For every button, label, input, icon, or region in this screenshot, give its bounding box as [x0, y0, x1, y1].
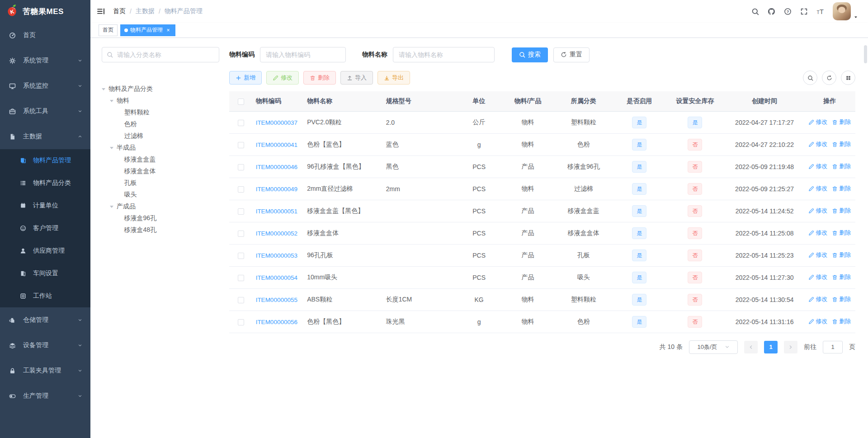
- caret-down-icon[interactable]: [110, 100, 113, 102]
- caret-down-icon[interactable]: [102, 88, 105, 90]
- scrollbar-thumb[interactable]: [864, 45, 867, 63]
- row-checkbox[interactable]: [238, 142, 244, 148]
- row-delete-link[interactable]: 删除: [832, 317, 851, 325]
- row-edit-link[interactable]: 修改: [808, 140, 827, 148]
- avatar[interactable]: [833, 2, 851, 20]
- sidebar-item-system-tools[interactable]: 系统工具: [0, 99, 90, 124]
- row-delete-link[interactable]: 删除: [832, 273, 851, 281]
- tree-node-孔板[interactable]: 孔板: [102, 177, 219, 189]
- sidebar-item-equipment-management[interactable]: 设备管理: [0, 333, 90, 358]
- close-icon[interactable]: ×: [165, 27, 171, 33]
- tree-node-吸头[interactable]: 吸头: [102, 189, 219, 201]
- tree-node-移液盒盒体[interactable]: 移液盒盒体: [102, 165, 219, 177]
- row-checkbox[interactable]: [238, 297, 244, 303]
- reset-button[interactable]: 重置: [553, 47, 590, 62]
- sidebar-item-home[interactable]: 首页: [0, 23, 90, 48]
- row-edit-link[interactable]: 修改: [808, 184, 827, 193]
- row-checkbox[interactable]: [238, 253, 244, 259]
- row-delete-link[interactable]: 删除: [832, 207, 851, 215]
- row-checkbox[interactable]: [238, 319, 244, 325]
- material-code-link[interactable]: ITEM00000055: [256, 297, 297, 303]
- tree-node-物料[interactable]: 物料: [102, 95, 219, 107]
- tree-node-塑料颗粒[interactable]: 塑料颗粒: [102, 107, 219, 118]
- material-code-link[interactable]: ITEM00000041: [256, 141, 297, 148]
- row-delete-link[interactable]: 删除: [832, 295, 851, 303]
- tree-node-过滤棉[interactable]: 过滤棉: [102, 130, 219, 142]
- page-size-select[interactable]: 10条/页: [689, 340, 738, 354]
- row-delete-link[interactable]: 删除: [832, 140, 851, 148]
- sidebar-item-material-product-category[interactable]: 物料产品分类: [0, 172, 90, 194]
- sidebar-item-workshop-settings[interactable]: 车间设置: [0, 262, 90, 285]
- github-icon[interactable]: [768, 8, 775, 15]
- material-code-link[interactable]: ITEM00000049: [256, 186, 297, 193]
- tree-node-色粉[interactable]: 色粉: [102, 118, 219, 130]
- row-edit-link[interactable]: 修改: [808, 317, 827, 325]
- sidebar-item-tooling-fixture-management[interactable]: 工装夹具管理: [0, 358, 90, 383]
- row-delete-link[interactable]: 删除: [832, 162, 851, 170]
- prev-page-button[interactable]: [744, 341, 758, 353]
- caret-down-icon[interactable]: [110, 206, 113, 208]
- goto-page-input[interactable]: [823, 341, 843, 353]
- tree-node-移液盒48孔[interactable]: 移液盒48孔: [102, 224, 219, 236]
- row-checkbox[interactable]: [238, 164, 244, 170]
- row-delete-link[interactable]: 删除: [832, 184, 851, 193]
- tree-node-移液盒盒盖[interactable]: 移液盒盒盖: [102, 154, 219, 165]
- sidebar-item-master-data[interactable]: 主数据: [0, 124, 90, 149]
- breadcrumb-item[interactable]: 物料产品管理: [165, 7, 203, 15]
- current-page-button[interactable]: 1: [764, 341, 778, 353]
- material-code-link[interactable]: ITEM00000037: [256, 119, 297, 126]
- sidebar-item-warehouse-management[interactable]: 仓储管理: [0, 307, 90, 333]
- row-checkbox[interactable]: [238, 275, 244, 281]
- refresh-table-button[interactable]: [822, 71, 836, 85]
- row-edit-link[interactable]: 修改: [808, 273, 827, 281]
- tree-node-移液盒96孔[interactable]: 移液盒96孔: [102, 212, 219, 224]
- delete-button[interactable]: 删除: [303, 71, 336, 85]
- row-edit-link[interactable]: 修改: [808, 229, 827, 237]
- export-button[interactable]: 导出: [377, 71, 410, 85]
- row-edit-link[interactable]: 修改: [808, 295, 827, 303]
- caret-down-icon[interactable]: [110, 147, 113, 149]
- add-button[interactable]: 新增: [229, 71, 262, 85]
- row-edit-link[interactable]: 修改: [808, 118, 827, 126]
- import-button[interactable]: 导入: [340, 71, 373, 85]
- material-code-link[interactable]: ITEM00000052: [256, 230, 297, 237]
- sidebar-item-supplier-management[interactable]: 供应商管理: [0, 240, 90, 262]
- toggle-search-button[interactable]: [803, 71, 817, 85]
- row-edit-link[interactable]: 修改: [808, 251, 827, 259]
- row-edit-link[interactable]: 修改: [808, 207, 827, 215]
- tab-首页[interactable]: 首页: [99, 24, 118, 36]
- breadcrumb-item[interactable]: 主数据: [136, 7, 155, 15]
- hamburger-icon[interactable]: [97, 7, 105, 15]
- help-icon[interactable]: ?: [784, 8, 792, 15]
- category-search-input[interactable]: [116, 51, 214, 59]
- select-all-checkbox[interactable]: [238, 99, 244, 105]
- sidebar-item-production-management[interactable]: 生产管理: [0, 383, 90, 409]
- sidebar-item-measure-unit[interactable]: 计量单位: [0, 194, 90, 217]
- sidebar-item-material-product-management[interactable]: 物料产品管理: [0, 149, 90, 172]
- sidebar-item-system-management[interactable]: 系统管理: [0, 48, 90, 73]
- fullscreen-icon[interactable]: [800, 8, 808, 15]
- sidebar-item-customer-management[interactable]: 客户管理: [0, 217, 90, 240]
- row-checkbox[interactable]: [238, 120, 244, 126]
- row-checkbox[interactable]: [238, 208, 244, 215]
- edit-button[interactable]: 修改: [266, 71, 299, 85]
- user-menu[interactable]: [833, 2, 858, 20]
- column-settings-button[interactable]: [841, 71, 855, 85]
- material-code-input[interactable]: [260, 47, 346, 62]
- material-name-input[interactable]: [393, 47, 495, 62]
- material-code-link[interactable]: ITEM00000046: [256, 164, 297, 170]
- row-delete-link[interactable]: 删除: [832, 229, 851, 237]
- material-code-link[interactable]: ITEM00000056: [256, 319, 297, 325]
- font-size-icon[interactable]: TT: [816, 8, 824, 15]
- row-checkbox[interactable]: [238, 231, 244, 237]
- tree-node-产成品[interactable]: 产成品: [102, 201, 219, 212]
- row-checkbox[interactable]: [238, 186, 244, 193]
- breadcrumb-item[interactable]: 首页: [113, 7, 126, 15]
- tab-物料产品管理[interactable]: 物料产品管理×: [120, 24, 175, 36]
- tree-node-半成品[interactable]: 半成品: [102, 142, 219, 154]
- header-search-icon[interactable]: [751, 8, 759, 15]
- sidebar-item-workstation[interactable]: 工作站: [0, 285, 90, 307]
- sidebar-item-system-monitor[interactable]: 系统监控: [0, 73, 90, 99]
- tree-node-物料及产品分类[interactable]: 物料及产品分类: [102, 83, 219, 95]
- next-page-button[interactable]: [784, 341, 797, 353]
